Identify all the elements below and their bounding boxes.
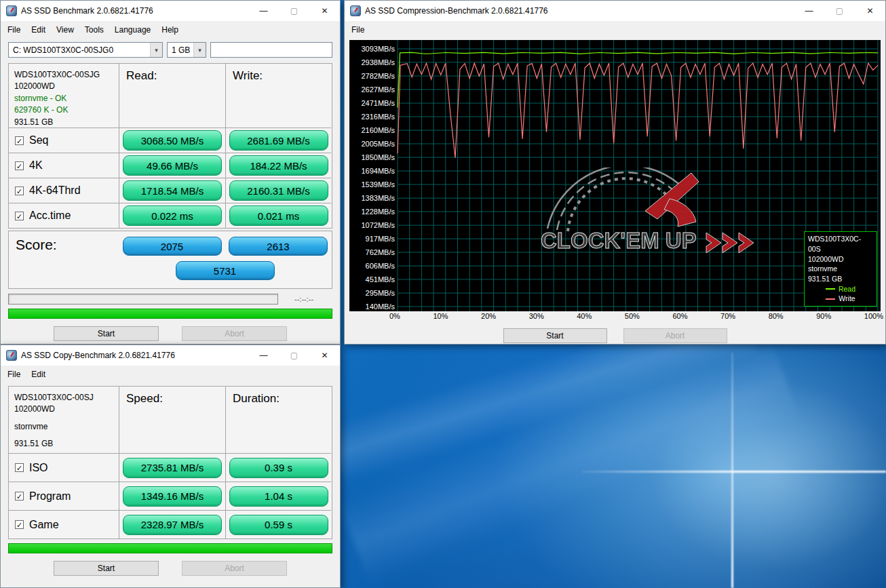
minimize-button[interactable]: — [248,345,279,366]
iso-duration-cell: 0.39 s [225,453,331,482]
acctime-write-cell: 0.021 ms [225,203,331,228]
svg-text:2938MB/s: 2938MB/s [361,58,395,66]
abort-button[interactable]: Abort [623,328,727,343]
svg-text:2471MB/s: 2471MB/s [361,99,395,107]
result-pill: 2681.69 MB/s [229,130,328,151]
svg-text:762MB/s: 762MB/s [366,248,396,256]
result-pill: 0.022 ms [123,205,222,226]
titlebar[interactable]: AS SSD Benchmark 2.0.6821.41776 — ▢ ✕ [1,1,340,21]
menu-edit[interactable]: Edit [26,22,51,37]
abort-button[interactable]: Abort [182,326,287,341]
write-line-swatch [826,298,835,300]
minimize-button[interactable]: — [794,1,824,21]
test-size-value: 1 GB [168,45,193,55]
copy-results-table: WDS100T3X0C-00SJ 102000WD stornvme 931.5… [8,386,332,539]
4k-checkbox[interactable]: ✓ [15,161,24,170]
iso-checkbox[interactable]: ✓ [15,463,24,472]
overall-progress-bar [8,309,332,319]
menu-view[interactable]: View [51,22,79,37]
eta-text: --:--:-- [294,295,313,303]
menu-language[interactable]: Language [109,22,156,37]
drive-capacity: 931.51 GB [14,117,113,128]
app-icon [350,5,361,16]
drive-model: WDS100T3X0C-00SJ [14,392,113,404]
score-label: Score: [9,231,119,288]
menu-help[interactable]: Help [156,22,184,37]
results-table: WDS100T3X0C-00SJG 102000WD stornvme - OK… [8,63,332,229]
legend-read-label: Read [839,284,855,294]
result-pill: 49.66 MB/s [123,155,222,176]
close-button[interactable]: ✕ [309,345,340,366]
overall-progress-bar [8,543,332,553]
x-tick-label: 60% [672,312,687,324]
svg-text:1228MB/s: 1228MB/s [361,208,395,216]
start-button[interactable]: Start [54,326,159,341]
acctime-checkbox[interactable]: ✓ [15,212,24,220]
menu-edit[interactable]: Edit [26,367,51,382]
program-checkbox[interactable]: ✓ [15,492,24,501]
menu-tools[interactable]: Tools [79,22,109,37]
iso-speed-cell: 2735.81 MB/s [119,453,225,482]
abort-button[interactable]: Abort [182,561,287,576]
result-pill: 184.22 MB/s [229,155,328,176]
drive-info-panel: WDS100T3X0C-00SJ 102000WD stornvme 931.5… [9,387,119,453]
wallpaper-window-edge-horizontal [582,471,886,473]
svg-text:2005MB/s: 2005MB/s [361,140,395,148]
legend-write-label: Write [839,294,855,304]
svg-text:3093MB/s: 3093MB/s [361,45,395,53]
svg-text:606MB/s: 606MB/s [366,262,396,270]
close-button[interactable]: ✕ [855,1,885,21]
game-checkbox[interactable]: ✓ [15,520,24,529]
score-total-pill: 5731 [176,261,275,280]
chevron-down-icon: ▾ [193,43,206,57]
maximize-button[interactable]: ▢ [279,1,309,21]
app-icon [6,5,17,16]
4k-read-cell: 49.66 MB/s [119,153,225,178]
score-box: Score: 2075 2613 5731 [8,231,332,289]
x-tick-label: 50% [625,312,640,324]
app-icon [6,350,17,361]
program-duration-cell: 1.04 s [225,482,331,510]
benchmark-window: AS SSD Benchmark 2.0.6821.41776 — ▢ ✕ Fi… [0,0,341,345]
4k64-checkbox[interactable]: ✓ [15,187,24,195]
row-label-text: Seq [29,134,48,146]
minimize-button[interactable]: — [248,1,279,21]
row-label-iso: ✓ ISO [9,453,119,482]
start-button[interactable]: Start [503,328,607,343]
window-title: AS SSD Copy-Benchmark 2.0.6821.41776 [21,351,175,360]
legend-model: WDS100T3X0C-00S [808,234,873,254]
menu-file[interactable]: File [2,22,26,37]
svg-text:451MB/s: 451MB/s [366,275,396,283]
row-label-text: ISO [29,462,48,474]
chart-legend: WDS100T3X0C-00S 102000WD stornvme 931.51… [804,231,877,307]
extra-input[interactable] [210,42,332,58]
maximize-button[interactable]: ▢ [279,345,309,366]
close-button[interactable]: ✕ [309,1,340,21]
drive-select[interactable]: C: WDS100T3X0C-00SJG0 ▾ [8,42,163,58]
drive-info-panel: WDS100T3X0C-00SJG 102000WD stornvme - OK… [9,64,119,128]
result-pill: 0.39 s [229,458,328,478]
test-size-select[interactable]: 1 GB ▾ [167,42,206,58]
write-column-header: Write: [225,64,331,128]
maximize-button[interactable]: ▢ [824,1,855,21]
wallpaper-beam [339,337,801,585]
window-title: AS SSD Benchmark 2.0.6821.41776 [21,6,153,16]
svg-text:1539MB/s: 1539MB/s [361,180,395,189]
drive-firmware: 102000WD [14,404,113,415]
titlebar[interactable]: AS SSD Compression-Benchmark 2.0.6821.41… [345,1,885,21]
menu-file[interactable]: File [2,367,26,382]
result-pill: 1349.16 MB/s [123,486,222,507]
progress-bar-empty [8,294,278,305]
menu-file[interactable]: File [346,22,370,37]
svg-text:2627MB/s: 2627MB/s [361,85,395,94]
row-label-game: ✓ Game [9,510,119,538]
titlebar[interactable]: AS SSD Copy-Benchmark 2.0.6821.41776 — ▢… [1,345,340,366]
window-title: AS SSD Compression-Benchmark 2.0.6821.41… [365,6,547,16]
seq-checkbox[interactable]: ✓ [15,136,24,145]
legend-driver: stornvme [808,264,873,274]
start-button[interactable]: Start [54,561,159,576]
menubar: File Edit [1,366,340,383]
svg-text:2782MB/s: 2782MB/s [361,72,395,80]
drive-capacity: 931.51 GB [14,438,113,450]
menubar: File Edit View Tools Language Help [1,21,340,39]
